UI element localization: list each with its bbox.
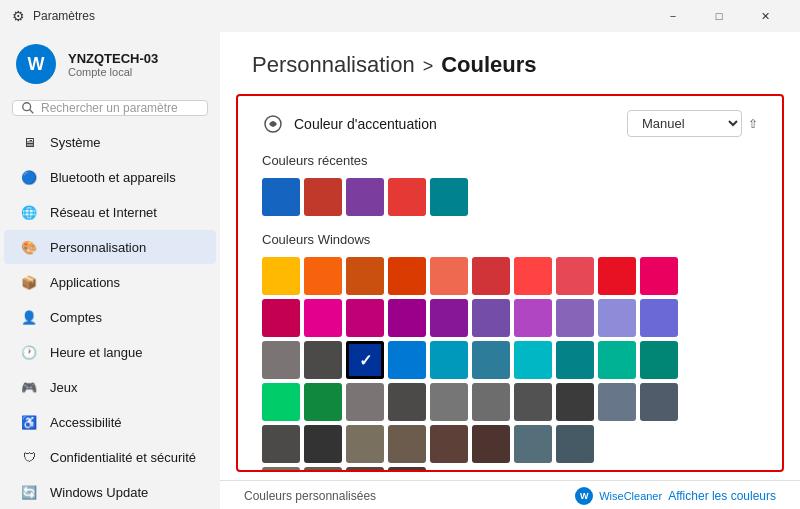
color-swatch[interactable]: [514, 299, 552, 337]
color-swatch[interactable]: [304, 257, 342, 295]
color-swatch[interactable]: [304, 299, 342, 337]
color-swatch[interactable]: [346, 341, 384, 379]
color-swatch[interactable]: [430, 383, 468, 421]
wisecleaner-label: WiseCleaner: [599, 490, 662, 502]
chevron-up-icon[interactable]: ⇧: [748, 117, 758, 131]
sidebar-item-windows-update[interactable]: 🔄Windows Update: [4, 475, 216, 509]
color-swatch[interactable]: [472, 425, 510, 463]
sidebar-item-label: Système: [50, 135, 101, 150]
color-swatch[interactable]: [514, 383, 552, 421]
color-swatch[interactable]: [556, 257, 594, 295]
color-swatch[interactable]: [346, 299, 384, 337]
color-swatch[interactable]: [598, 383, 636, 421]
color-swatch[interactable]: [598, 257, 636, 295]
sidebar-item-label: Applications: [50, 275, 120, 290]
color-swatch[interactable]: [262, 467, 300, 472]
color-swatch[interactable]: [388, 257, 426, 295]
color-swatch[interactable]: [430, 341, 468, 379]
color-swatch[interactable]: [556, 341, 594, 379]
color-swatch[interactable]: [388, 299, 426, 337]
app-icon: ⚙: [12, 8, 25, 24]
color-swatch[interactable]: [262, 299, 300, 337]
avatar: W: [16, 44, 56, 84]
color-swatch[interactable]: [388, 383, 426, 421]
color-swatch[interactable]: [346, 383, 384, 421]
color-swatch[interactable]: [388, 425, 426, 463]
maximize-button[interactable]: □: [696, 0, 742, 32]
recent-colors-grid: [262, 178, 758, 216]
clock-icon: 🕐: [20, 343, 38, 361]
nav-list: 🖥Système🔵Bluetooth et appareils🌐Réseau e…: [0, 124, 220, 509]
color-swatch[interactable]: [640, 299, 678, 337]
color-swatch[interactable]: [304, 341, 342, 379]
color-swatch[interactable]: [346, 467, 384, 472]
close-button[interactable]: ✕: [742, 0, 788, 32]
color-swatch[interactable]: [598, 341, 636, 379]
color-swatch[interactable]: [430, 257, 468, 295]
network-icon: 🌐: [20, 203, 38, 221]
color-swatch[interactable]: [472, 341, 510, 379]
color-swatch[interactable]: [556, 383, 594, 421]
sidebar-item-comptes[interactable]: 👤Comptes: [4, 300, 216, 334]
color-swatch[interactable]: [472, 257, 510, 295]
color-swatch[interactable]: [388, 341, 426, 379]
color-swatch[interactable]: [388, 467, 426, 472]
color-swatch[interactable]: [346, 425, 384, 463]
color-swatch[interactable]: [514, 425, 552, 463]
mode-dropdown[interactable]: Manuel Automatique: [627, 110, 742, 137]
color-swatch[interactable]: [346, 257, 384, 295]
sidebar-item-applications[interactable]: 📦Applications: [4, 265, 216, 299]
breadcrumb-parent: Personnalisation: [252, 52, 415, 78]
color-swatch[interactable]: [514, 257, 552, 295]
color-swatch[interactable]: [640, 257, 678, 295]
sidebar-item-reseau[interactable]: 🌐Réseau et Internet: [4, 195, 216, 229]
color-swatch[interactable]: [304, 425, 342, 463]
color-swatch[interactable]: [598, 299, 636, 337]
minimize-button[interactable]: −: [650, 0, 696, 32]
monitor-icon: 🖥: [20, 133, 38, 151]
color-swatch[interactable]: [472, 383, 510, 421]
color-swatch[interactable]: [262, 178, 300, 216]
color-swatch[interactable]: [304, 178, 342, 216]
custom-colors-label: Couleurs personnalisées: [244, 489, 376, 503]
color-swatch[interactable]: [430, 425, 468, 463]
sidebar-item-bluetooth[interactable]: 🔵Bluetooth et appareils: [4, 160, 216, 194]
color-swatch[interactable]: [262, 341, 300, 379]
title-bar-left: ⚙ Paramètres: [12, 8, 95, 24]
sidebar-item-systeme[interactable]: 🖥Système: [4, 125, 216, 159]
color-swatch[interactable]: [262, 383, 300, 421]
color-swatch[interactable]: [430, 178, 468, 216]
color-swatch[interactable]: [556, 299, 594, 337]
sidebar-item-confidentialite[interactable]: 🛡Confidentialité et sécurité: [4, 440, 216, 474]
color-swatch[interactable]: [556, 425, 594, 463]
color-swatch[interactable]: [262, 257, 300, 295]
color-swatch[interactable]: [388, 178, 426, 216]
person-icon: 👤: [20, 308, 38, 326]
color-swatch[interactable]: [640, 341, 678, 379]
breadcrumb-current: Couleurs: [441, 52, 536, 78]
wisecleaner-badge: W WiseCleaner Afficher les couleurs: [575, 487, 776, 505]
title-bar-controls: − □ ✕: [650, 0, 788, 32]
afficher-link[interactable]: Afficher les couleurs: [668, 489, 776, 503]
sidebar-item-accessibilite[interactable]: ♿Accessibilité: [4, 405, 216, 439]
color-swatch[interactable]: [514, 341, 552, 379]
sidebar-item-label: Accessibilité: [50, 415, 122, 430]
color-swatch[interactable]: [304, 383, 342, 421]
sidebar-item-jeux[interactable]: 🎮Jeux: [4, 370, 216, 404]
sidebar-item-label: Réseau et Internet: [50, 205, 157, 220]
sidebar-item-label: Jeux: [50, 380, 77, 395]
sidebar-item-label: Personnalisation: [50, 240, 146, 255]
sidebar-item-personnalisation[interactable]: 🎨Personnalisation: [4, 230, 216, 264]
sidebar-item-heure[interactable]: 🕐Heure et langue: [4, 335, 216, 369]
brush-icon: 🎨: [20, 238, 38, 256]
color-swatch[interactable]: [346, 178, 384, 216]
section-header: Couleur d'accentuation Manuel Automatiqu…: [262, 96, 758, 149]
color-swatch[interactable]: [640, 383, 678, 421]
search-box[interactable]: [12, 100, 208, 116]
accent-color-icon: [262, 113, 284, 135]
color-swatch[interactable]: [304, 467, 342, 472]
color-swatch[interactable]: [472, 299, 510, 337]
color-swatch[interactable]: [262, 425, 300, 463]
color-swatch[interactable]: [430, 299, 468, 337]
search-input[interactable]: [41, 101, 199, 115]
